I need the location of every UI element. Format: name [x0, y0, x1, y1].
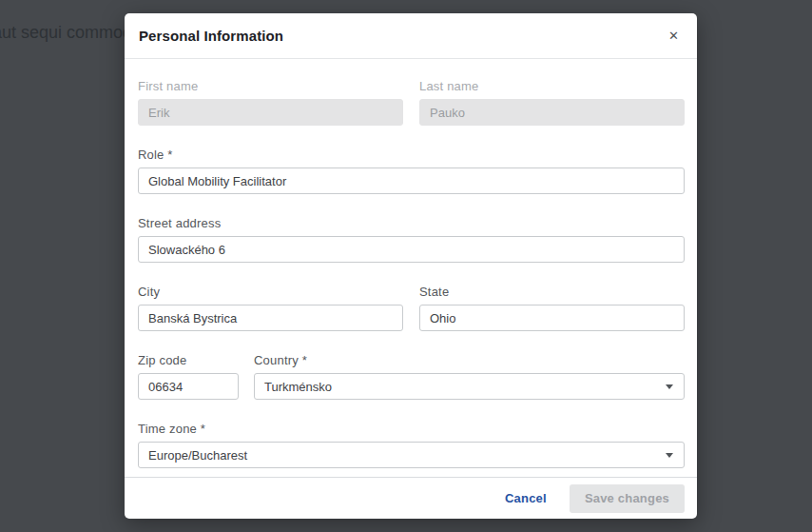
timezone-select[interactable]: Europe/Bucharest	[138, 442, 685, 468]
city-state-row: City State	[138, 285, 685, 331]
cancel-button[interactable]: Cancel	[505, 491, 547, 505]
timezone-label: Time zone *	[138, 422, 685, 436]
state-field[interactable]	[419, 305, 685, 331]
state-group: State	[419, 285, 685, 331]
country-selected-value: Turkménsko	[264, 380, 332, 394]
chevron-down-icon	[666, 453, 673, 458]
close-icon[interactable]: ✕	[667, 28, 681, 44]
name-row: First name Last name	[138, 79, 685, 126]
last-name-label: Last name	[419, 79, 685, 93]
country-select[interactable]: Turkménsko	[254, 373, 685, 400]
zip-country-row: Zip code Country * Turkménsko	[138, 353, 685, 400]
city-label: City	[138, 285, 403, 299]
timezone-selected-value: Europe/Bucharest	[148, 448, 247, 463]
street-address-field[interactable]	[138, 236, 685, 263]
role-field[interactable]	[138, 167, 685, 194]
role-row: Role *	[138, 148, 685, 194]
city-field[interactable]	[138, 305, 403, 331]
first-name-label: First name	[138, 79, 403, 93]
zip-code-label: Zip code	[138, 353, 239, 367]
first-name-field	[138, 99, 403, 126]
street-row: Street address	[138, 216, 685, 263]
dialog-header: Personal Information ✕	[125, 13, 697, 59]
dialog-title: Personal Information	[139, 28, 283, 44]
zip-code-field[interactable]	[138, 373, 239, 400]
last-name-field	[419, 99, 685, 126]
timezone-row: Time zone * Europe/Bucharest	[138, 422, 685, 468]
background-page-text: aut sequi commodi	[0, 23, 136, 43]
dialog-body: First name Last name Role * Street addre…	[125, 59, 697, 477]
first-name-group: First name	[138, 79, 403, 126]
country-group: Country * Turkménsko	[254, 353, 685, 400]
last-name-group: Last name	[419, 79, 685, 126]
country-label: Country *	[254, 353, 685, 367]
save-changes-button[interactable]: Save changes	[570, 484, 685, 513]
zip-group: Zip code	[138, 353, 239, 400]
personal-information-dialog: Personal Information ✕ First name Last n…	[125, 13, 697, 519]
role-label: Role *	[138, 148, 685, 162]
dialog-footer: Cancel Save changes	[125, 477, 697, 519]
street-address-label: Street address	[138, 216, 685, 230]
city-group: City	[138, 285, 403, 331]
chevron-down-icon	[666, 384, 673, 389]
state-label: State	[419, 285, 685, 299]
